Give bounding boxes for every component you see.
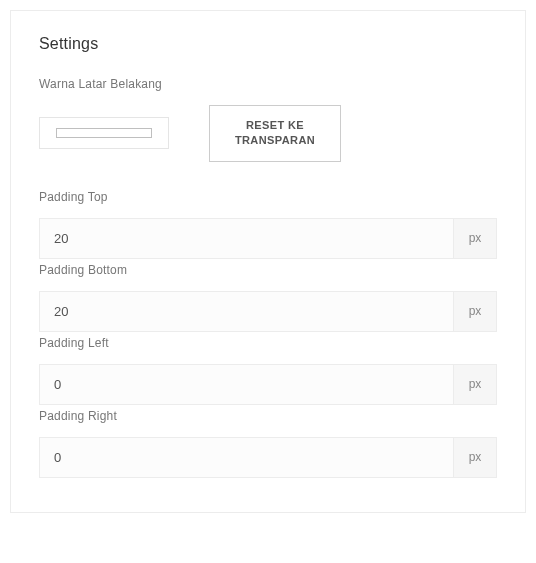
padding-left-input[interactable] bbox=[39, 364, 453, 405]
padding-top-unit: px bbox=[453, 218, 497, 259]
padding-right-input-group: px bbox=[39, 437, 497, 478]
padding-right-field: Padding Right px bbox=[39, 409, 497, 478]
padding-left-unit: px bbox=[453, 364, 497, 405]
color-swatch bbox=[56, 128, 152, 138]
panel-title: Settings bbox=[39, 35, 497, 53]
padding-top-field: Padding Top px bbox=[39, 190, 497, 259]
padding-left-field: Padding Left px bbox=[39, 336, 497, 405]
padding-left-input-group: px bbox=[39, 364, 497, 405]
padding-left-label: Padding Left bbox=[39, 336, 497, 350]
padding-bottom-input[interactable] bbox=[39, 291, 453, 332]
padding-bottom-field: Padding Bottom px bbox=[39, 263, 497, 332]
padding-bottom-input-group: px bbox=[39, 291, 497, 332]
padding-right-label: Padding Right bbox=[39, 409, 497, 423]
padding-bottom-unit: px bbox=[453, 291, 497, 332]
padding-right-unit: px bbox=[453, 437, 497, 478]
reset-transparent-button[interactable]: RESET KE TRANSPARAN bbox=[209, 105, 341, 162]
padding-top-input-group: px bbox=[39, 218, 497, 259]
padding-top-input[interactable] bbox=[39, 218, 453, 259]
padding-bottom-label: Padding Bottom bbox=[39, 263, 497, 277]
padding-right-input[interactable] bbox=[39, 437, 453, 478]
padding-top-label: Padding Top bbox=[39, 190, 497, 204]
settings-panel: Settings Warna Latar Belakang RESET KE T… bbox=[10, 10, 526, 513]
color-swatch-button[interactable] bbox=[39, 117, 169, 149]
background-color-field: Warna Latar Belakang RESET KE TRANSPARAN bbox=[39, 77, 497, 162]
background-color-label: Warna Latar Belakang bbox=[39, 77, 497, 91]
background-color-row: RESET KE TRANSPARAN bbox=[39, 105, 497, 162]
